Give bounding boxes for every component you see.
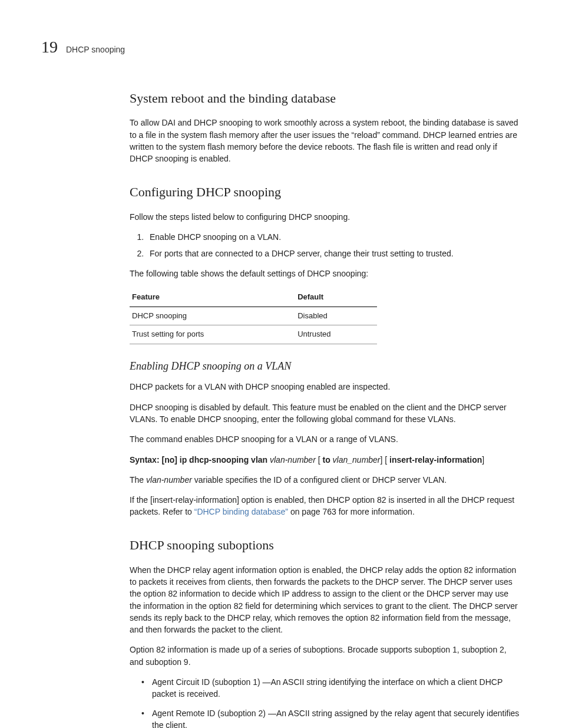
paragraph: The command enables DHCP snooping for a … xyxy=(130,433,521,445)
table-cell: DHCP snooping xyxy=(130,307,295,325)
paragraph: When the DHCP relay agent information op… xyxy=(130,564,521,636)
table-cell: Untrusted xyxy=(295,325,377,344)
syntax-text: ] xyxy=(482,455,484,465)
page-header: 19 DHCP snooping xyxy=(41,35,521,60)
paragraph: The vlan-number variable specifies the I… xyxy=(130,474,521,486)
table-row: DHCP snooping Disabled xyxy=(130,307,377,325)
syntax-arg: vlan-number xyxy=(267,455,316,465)
syntax-text: [no] ip dhcp-snooping vlan xyxy=(160,455,268,465)
text: variable specifies the ID of a configure… xyxy=(192,475,447,485)
list-item: Enable DHCP snooping on a VLAN. xyxy=(146,231,521,243)
table-header: Default xyxy=(295,288,377,307)
table-header: Feature xyxy=(130,288,295,307)
table-row: Trust setting for ports Untrusted xyxy=(130,325,377,344)
steps-list: Enable DHCP snooping on a VLAN. For port… xyxy=(141,231,521,260)
table-cell: Trust setting for ports xyxy=(130,325,295,344)
section-heading-reboot: System reboot and the binding database xyxy=(130,89,521,108)
syntax-text: ] [ xyxy=(381,455,390,465)
paragraph: If the [insert-relay-information] option… xyxy=(130,494,521,518)
syntax-arg: vlan_number xyxy=(330,455,381,465)
paragraph: To allow DAI and DHCP snooping to work s… xyxy=(130,117,521,164)
syntax-text: [ xyxy=(316,455,323,465)
syntax-option: insert-relay-information xyxy=(389,455,482,465)
subsection-heading-enabling: Enabling DHCP snooping on a VLAN xyxy=(130,358,521,374)
section-heading-suboptions: DHCP snooping suboptions xyxy=(130,536,521,555)
section-heading-configuring: Configuring DHCP snooping xyxy=(130,183,521,202)
bullet-list: Agent Circuit ID (suboption 1) —An ASCII… xyxy=(141,676,521,728)
cross-reference-link[interactable]: “DHCP binding database” xyxy=(194,507,288,516)
chapter-number: 19 xyxy=(41,35,58,60)
paragraph: DHCP packets for a VLAN with DHCP snoopi… xyxy=(130,381,521,393)
paragraph: Option 82 information is made up of a se… xyxy=(130,644,521,668)
text: The xyxy=(130,475,146,485)
syntax-line: Syntax: [no] ip dhcp-snooping vlan vlan-… xyxy=(130,454,521,466)
chapter-title: DHCP snooping xyxy=(66,44,125,55)
paragraph: The following table shows the default se… xyxy=(130,268,521,279)
syntax-keyword: to xyxy=(322,455,330,465)
syntax-label: Syntax: xyxy=(130,455,160,465)
paragraph: Follow the steps listed below to configu… xyxy=(130,211,521,223)
main-content: System reboot and the binding database T… xyxy=(41,89,521,728)
list-item: Agent Remote ID (suboption 2) —An ASCII … xyxy=(141,707,521,728)
list-item: Agent Circuit ID (suboption 1) —An ASCII… xyxy=(141,676,521,700)
table-cell: Disabled xyxy=(295,307,377,325)
variable-name: vlan-number xyxy=(146,475,192,485)
defaults-table: Feature Default DHCP snooping Disabled T… xyxy=(130,288,377,345)
paragraph: DHCP snooping is disabled by default. Th… xyxy=(130,401,521,426)
list-item: For ports that are connected to a DHCP s… xyxy=(146,248,521,259)
text: on page 763 for more information. xyxy=(288,507,415,516)
